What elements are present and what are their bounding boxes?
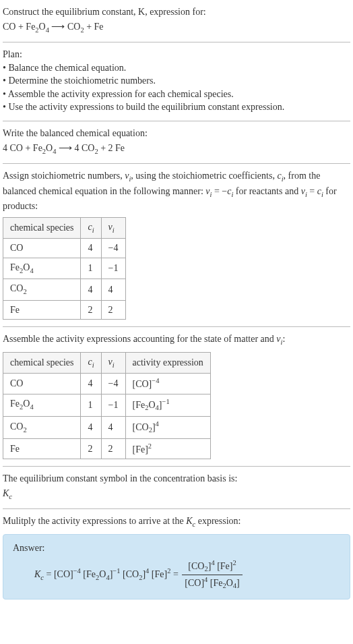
table-row: Fe2O4 1 −1 bbox=[3, 258, 126, 279]
table-row: Fe 2 2 bbox=[3, 300, 126, 320]
table-row: CO2 4 4 bbox=[3, 279, 126, 300]
cell-ci: 4 bbox=[81, 416, 101, 438]
plan-bullet: • Determine the stoichiometric numbers. bbox=[3, 74, 350, 88]
cell-vi: 2 bbox=[101, 438, 125, 459]
table-row: CO 4 −4 bbox=[3, 239, 126, 258]
plan-block: Plan: • Balance the chemical equation. •… bbox=[3, 48, 350, 114]
stoich-table: chemical species ci νi CO 4 −4 Fe2O4 1 −… bbox=[3, 217, 126, 320]
col-activity: activity expression bbox=[125, 352, 210, 373]
divider bbox=[3, 121, 350, 121]
plan-title: Plan: bbox=[3, 48, 350, 61]
cell-ci: 1 bbox=[81, 394, 101, 416]
divider bbox=[3, 466, 350, 467]
cell-ci: 4 bbox=[81, 279, 101, 300]
fraction-denominator: [CO]4 [Fe2O4] bbox=[182, 575, 243, 591]
cell-activity: [CO]−4 bbox=[125, 374, 210, 394]
divider bbox=[3, 163, 350, 164]
cell-species: CO2 bbox=[3, 279, 81, 300]
multiply-prompt: Mulitply the activity expressions to arr… bbox=[3, 515, 350, 529]
cell-vi: −1 bbox=[101, 394, 125, 416]
cell-species: CO2 bbox=[3, 416, 81, 438]
col-vi: νi bbox=[101, 217, 125, 238]
cell-species: Fe2O4 bbox=[3, 394, 81, 416]
answer-lhs: Kc = [CO]−4 [Fe2O4]−1 [CO2]4 [Fe]2 = bbox=[34, 569, 181, 579]
col-vi: νi bbox=[101, 352, 125, 373]
balanced-equation: 4 CO + Fe2O4 ⟶ 4 CO2 + 2 Fe bbox=[3, 142, 350, 156]
answer-label: Answer: bbox=[13, 541, 340, 555]
symbol-value: Kc bbox=[3, 487, 350, 502]
cell-species: Fe bbox=[3, 300, 81, 320]
balanced-block: Write the balanced chemical equation: 4 … bbox=[3, 127, 350, 156]
table-row: Fe2O4 1 −1 [Fe2O4]−1 bbox=[3, 394, 211, 416]
symbol-block: The equilibrium constant symbol in the c… bbox=[3, 472, 350, 502]
cell-species: CO bbox=[3, 239, 81, 258]
answer-fraction: [CO2]4 [Fe]2[CO]4 [Fe2O4] bbox=[182, 558, 243, 591]
symbol-prompt: The equilibrium constant symbol in the c… bbox=[3, 472, 350, 486]
cell-ci: 1 bbox=[81, 258, 101, 279]
cell-vi: −4 bbox=[101, 239, 125, 258]
cell-ci: 4 bbox=[81, 239, 101, 258]
cell-vi: 4 bbox=[101, 279, 125, 300]
col-species: chemical species bbox=[3, 217, 81, 238]
table-header-row: chemical species ci νi bbox=[3, 217, 126, 238]
stoich-block: Assign stoichiometric numbers, νi, using… bbox=[3, 169, 350, 320]
activity-block: Assemble the activity expressions accoun… bbox=[3, 332, 350, 459]
plan-bullet: • Assemble the activity expression for e… bbox=[3, 88, 350, 101]
cell-vi: 4 bbox=[101, 416, 125, 438]
header-block: Construct the equilibrium constant, K, e… bbox=[3, 5, 350, 35]
activity-prompt: Assemble the activity expressions accoun… bbox=[3, 332, 350, 347]
answer-expression: Kc = [CO]−4 [Fe2O4]−1 [CO2]4 [Fe]2 = [CO… bbox=[13, 558, 340, 591]
fraction-numerator: [CO2]4 [Fe]2 bbox=[182, 558, 243, 575]
activity-table: chemical species ci νi activity expressi… bbox=[3, 352, 211, 459]
col-ci: ci bbox=[81, 352, 101, 373]
answer-box: Answer: Kc = [CO]−4 [Fe2O4]−1 [CO2]4 [Fe… bbox=[3, 534, 350, 599]
cell-activity: [Fe]2 bbox=[125, 438, 210, 459]
col-ci: ci bbox=[81, 217, 101, 238]
plan-bullet: • Use the activity expressions to build … bbox=[3, 100, 350, 114]
cell-activity: [CO2]4 bbox=[125, 416, 210, 438]
cell-vi: 2 bbox=[101, 300, 125, 320]
divider bbox=[3, 42, 350, 42]
cell-species: CO bbox=[3, 374, 81, 394]
divider bbox=[3, 326, 350, 327]
stoich-prompt: Assign stoichiometric numbers, νi, using… bbox=[3, 169, 350, 213]
balanced-prompt: Write the balanced chemical equation: bbox=[3, 127, 350, 140]
divider bbox=[3, 508, 350, 509]
table-header-row: chemical species ci νi activity expressi… bbox=[3, 352, 211, 373]
multiply-block: Mulitply the activity expressions to arr… bbox=[3, 515, 350, 599]
table-row: Fe 2 2 [Fe]2 bbox=[3, 438, 211, 459]
cell-species: Fe bbox=[3, 438, 81, 459]
col-species: chemical species bbox=[3, 352, 81, 373]
cell-species: Fe2O4 bbox=[3, 258, 81, 279]
header-prompt: Construct the equilibrium constant, K, e… bbox=[3, 5, 350, 19]
cell-ci: 2 bbox=[81, 300, 101, 320]
cell-vi: −1 bbox=[101, 258, 125, 279]
header-equation: CO + Fe2O4 ⟶ CO2 + Fe bbox=[3, 20, 350, 35]
cell-activity: [Fe2O4]−1 bbox=[125, 394, 210, 416]
cell-vi: −4 bbox=[101, 374, 125, 394]
table-row: CO2 4 4 [CO2]4 bbox=[3, 416, 211, 438]
cell-ci: 4 bbox=[81, 374, 101, 394]
cell-ci: 2 bbox=[81, 438, 101, 459]
plan-bullet: • Balance the chemical equation. bbox=[3, 61, 350, 75]
table-row: CO 4 −4 [CO]−4 bbox=[3, 374, 211, 394]
